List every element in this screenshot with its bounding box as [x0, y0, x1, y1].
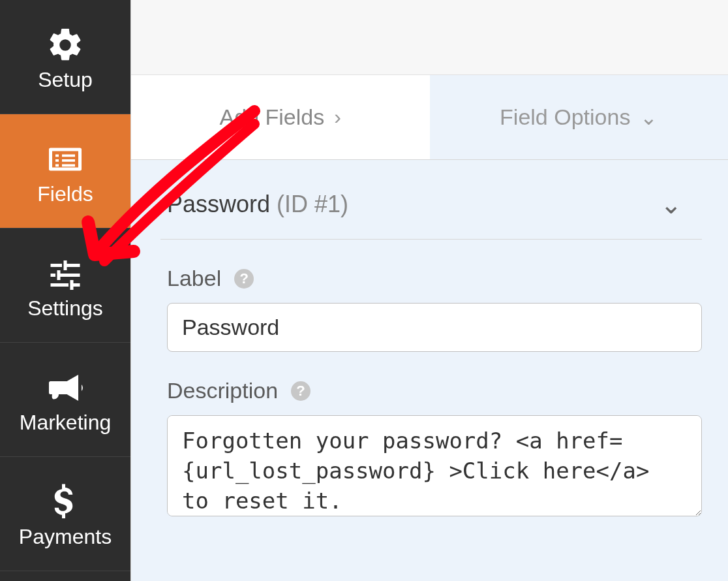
chevron-down-icon: ⌄ — [640, 105, 658, 130]
sidebar-item-payments[interactable]: Payments — [0, 457, 130, 571]
sliders-icon — [46, 251, 85, 296]
sidebar-item-setup[interactable]: Setup — [0, 0, 130, 114]
tab-label: Add Fields — [220, 104, 325, 130]
sidebar-item-label: Marketing — [20, 411, 112, 435]
field-header[interactable]: Password (ID #1) ⌄ — [160, 160, 702, 240]
sidebar-item-label: Setup — [38, 68, 93, 92]
gear-icon — [46, 22, 85, 68]
help-icon[interactable]: ? — [291, 381, 311, 401]
panel-topbar — [131, 0, 728, 75]
field-title: Password (ID #1) — [167, 191, 348, 218]
sidebar-item-label: Fields — [37, 182, 93, 206]
sidebar-item-fields[interactable]: Fields — [0, 114, 130, 228]
description-row: Description ? — [160, 378, 725, 519]
label-row: Label ? — [160, 266, 725, 352]
chevron-down-icon: ⌄ — [660, 189, 682, 219]
sidebar-item-marketing[interactable]: Marketing — [0, 343, 130, 457]
sidebar: Setup Fields Settings Marketing Payments — [0, 0, 130, 581]
list-icon — [46, 136, 85, 182]
sidebar-item-settings[interactable]: Settings — [0, 228, 130, 343]
description-caption: Description — [167, 378, 278, 403]
field-options-panel: Add Fields › Field Options ⌄ Password (I… — [130, 0, 728, 581]
panel-tabs: Add Fields › Field Options ⌄ — [131, 75, 728, 160]
tab-field-options[interactable]: Field Options ⌄ — [430, 75, 729, 159]
field-options-content: Password (ID #1) ⌄ Label ? Description ? — [131, 160, 728, 581]
sidebar-item-label: Settings — [27, 296, 103, 321]
field-name: Password — [167, 191, 270, 217]
chevron-right-icon: › — [334, 105, 341, 129]
help-icon[interactable]: ? — [234, 269, 254, 289]
tab-add-fields[interactable]: Add Fields › — [131, 75, 430, 159]
label-input[interactable] — [167, 303, 702, 352]
sidebar-item-label: Payments — [19, 525, 112, 549]
label-caption: Label — [167, 266, 221, 291]
field-id: (ID #1) — [277, 191, 348, 217]
bullhorn-icon — [46, 365, 85, 411]
description-textarea[interactable] — [167, 415, 702, 516]
dollar-icon — [46, 479, 85, 525]
tab-label: Field Options — [500, 104, 630, 130]
